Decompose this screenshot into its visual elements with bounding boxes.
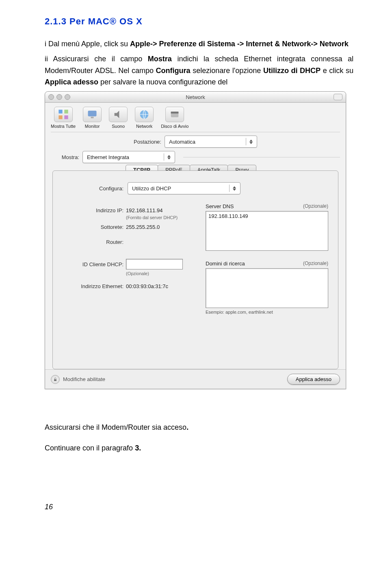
toolbar-toggle-icon[interactable] (334, 94, 342, 100)
svg-rect-9 (171, 112, 179, 114)
updown-arrows-icon (164, 153, 172, 161)
divider (183, 157, 340, 157)
text-bold: . (186, 423, 188, 431)
page-number: 16 (45, 503, 353, 511)
toolbar-item-show-all[interactable]: Mostra Tutte (51, 107, 76, 129)
dhcp-id-label: ID Cliente DHCP: (63, 261, 124, 267)
toolbar-item-sound[interactable]: Suono (109, 107, 128, 129)
ethernet-row: Indirizzo Ethernet: 00:03:93:0a:31:7c (63, 283, 197, 289)
window-title: Network (45, 94, 346, 100)
configure-label: Configura: (63, 185, 124, 192)
ip-label: Indirizzo IP: (63, 207, 124, 213)
search-optional: (Opzionale) (303, 261, 328, 267)
select-value: Ethernet Integrata (87, 154, 129, 160)
svg-marker-6 (115, 111, 119, 118)
ip-value: 192.168.111.94 (126, 207, 162, 213)
dns-label: Server DNS (206, 203, 234, 209)
select-value: Utilizzo di DHCP (132, 185, 171, 192)
ip-note: (Fornito dal server DHCP) (126, 215, 197, 220)
svg-rect-3 (64, 116, 68, 119)
ip-row: Indirizzo IP: 192.168.111.94 (63, 207, 197, 213)
svg-rect-10 (54, 379, 56, 381)
svg-rect-4 (88, 111, 97, 116)
search-domains-textarea[interactable] (206, 268, 328, 308)
updown-arrows-icon (229, 185, 238, 192)
show-label: Mostra: (51, 154, 79, 160)
show-row: Mostra: Ethernet Integrata (51, 151, 340, 163)
grid-icon (54, 107, 73, 122)
text-bold: Configura (156, 67, 191, 75)
dns-optional: (Opzionale) (303, 203, 328, 209)
svg-rect-1 (64, 110, 68, 114)
search-example: Esempio: apple.com, earthlink.net (206, 310, 328, 314)
toolbar-item-startup-disk[interactable]: Disco di Avvio (161, 107, 188, 129)
subnet-label: Sottorete: (63, 224, 124, 230)
window-footer: Modifiche abilitate Applica adesso (45, 369, 346, 389)
svg-rect-5 (91, 117, 94, 118)
toolbar-label: Monitor (85, 124, 100, 129)
search-label: Domini di ricerca (206, 261, 245, 267)
after-text-2: Continuare con il paragrafo 3. (45, 442, 353, 454)
text-bold: Mostra (148, 55, 172, 63)
router-label: Router: (63, 239, 124, 245)
dns-title-row: Server DNS (Opzionale) (206, 203, 328, 209)
text: i Dal menù Apple, click su (45, 40, 130, 48)
dns-textarea[interactable]: 192.168.110.149 (206, 211, 328, 251)
subnet-value: 255.255.255.0 (126, 224, 160, 230)
subnet-row: Sottorete: 255.255.255.0 (63, 224, 197, 230)
svg-rect-0 (58, 110, 62, 114)
speaker-icon (109, 107, 128, 122)
router-row: Router: (63, 239, 197, 245)
dhcp-id-note: (Opzionale) (126, 271, 197, 276)
display-icon (83, 107, 102, 122)
text-bold: Apple-> Preferenze di Sistema -> Interne… (130, 40, 349, 48)
configure-select[interactable]: Utilizzo di DHCP (128, 182, 240, 194)
lock-icon (51, 375, 60, 384)
text: ii Assicurarsi che il campo (45, 55, 148, 63)
instruction-ii: ii Assicurarsi che il campo Mostra indic… (45, 53, 353, 88)
toolbar-label: Network (136, 124, 152, 129)
text: per salvare la nuova configurazione del (98, 78, 228, 86)
text: Continuare con il paragrafo (45, 444, 135, 452)
window-titlebar[interactable]: Network (45, 92, 346, 103)
svg-rect-2 (58, 116, 62, 119)
ethernet-label: Indirizzo Ethernet: (63, 283, 124, 289)
toolbar-item-network[interactable]: Network (135, 107, 154, 129)
toolbar-label: Mostra Tutte (51, 124, 76, 129)
select-value: Automatica (169, 139, 195, 145)
after-text-1: Assicurarsi che il Modem/Router sia acce… (45, 422, 353, 433)
instruction-i: i Dal menù Apple, click su Apple-> Prefe… (45, 38, 353, 50)
text: selezionare l'opzione (191, 67, 263, 75)
text-bold: Applica adesso (45, 78, 98, 86)
updown-arrows-icon (246, 138, 254, 145)
lock-text: Modifiche abilitate (63, 376, 105, 382)
dhcp-id-row: ID Cliente DHCP: (63, 259, 197, 269)
text-bold: Utilizzo di DHCP (263, 67, 321, 75)
location-row: Postazione: Automatica (51, 136, 340, 148)
configure-row: Configura: Utilizzo di DHCP (63, 182, 328, 194)
search-title-row: Domini di ricerca (Opzionale) (206, 261, 328, 267)
globe-icon (135, 107, 154, 122)
text-bold: 3. (135, 444, 141, 452)
disk-icon (165, 107, 184, 122)
tcpip-panel: Configura: Utilizzo di DHCP Indirizzo IP… (52, 170, 338, 369)
lock-status[interactable]: Modifiche abilitate (51, 375, 105, 384)
text: e click su (321, 67, 353, 75)
network-prefs-window: Network Mostra Tutte Monitor Suono (45, 91, 346, 389)
toolbar-label: Disco di Avvio (161, 124, 188, 129)
ethernet-value: 00:03:93:0a:31:7c (126, 283, 168, 289)
toolbar: Mostra Tutte Monitor Suono Network (45, 103, 346, 130)
location-label: Postazione: (134, 139, 161, 145)
toolbar-item-monitor[interactable]: Monitor (83, 107, 102, 129)
dns-value: 192.168.110.149 (208, 213, 248, 219)
apply-now-button[interactable]: Applica adesso (287, 374, 340, 385)
toolbar-label: Suono (112, 124, 125, 129)
dhcp-id-input[interactable] (126, 259, 183, 269)
location-select[interactable]: Automatica (165, 136, 257, 148)
section-heading: 2.1.3 Per MAC® OS X (45, 16, 353, 27)
text: Assicurarsi che il Modem/Router sia acce… (45, 423, 186, 431)
show-select[interactable]: Ethernet Integrata (82, 151, 175, 163)
